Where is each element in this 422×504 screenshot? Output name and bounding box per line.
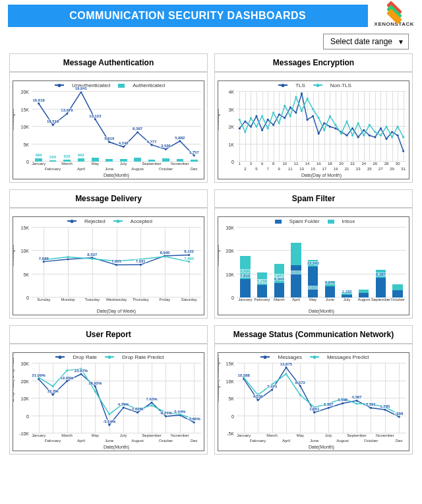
panel-user: Drop RateDrop Rate Predict-10K010K20K30K… — [9, 344, 208, 455]
x-tick: 27 — [378, 167, 383, 171]
svg-point-0 — [38, 102, 40, 104]
page-title: COMMUNICATION SECURITY DASHBOARDS — [8, 5, 368, 27]
chart-del: RejectedAccepted05K10K15KMessages7,6888,… — [13, 216, 204, 315]
x-tick: 30 — [396, 162, 400, 166]
data-label: 4,539 — [253, 394, 264, 398]
data-label: 7,005 — [111, 259, 122, 263]
svg-point-37 — [380, 127, 382, 129]
chart-user: Drop RateDrop Rate Predict-10K010K20K30K… — [13, 352, 204, 451]
svg-point-118 — [355, 400, 357, 402]
data-label: 3,536 — [160, 144, 171, 148]
y-tick: -10K — [19, 431, 29, 436]
y-tick: 10K — [226, 272, 234, 276]
data-label: 8,537 — [86, 253, 98, 257]
x-tick: 14 — [305, 162, 310, 166]
svg-point-32 — [351, 127, 353, 129]
x-tick: 9 — [278, 167, 280, 171]
y-tick: 5K — [23, 142, 29, 146]
data-label: 1,182 — [342, 290, 353, 294]
y-tick: 10K — [21, 249, 29, 253]
svg-point-90 — [94, 385, 96, 387]
data-label: 4,387 — [351, 395, 363, 399]
svg-point-14 — [250, 125, 252, 127]
y-tick: 1K — [228, 142, 234, 146]
x-tick: October — [390, 298, 404, 301]
data-label: 19,941 — [75, 86, 88, 90]
svg-point-80 — [67, 256, 69, 258]
svg-point-60 — [340, 133, 342, 135]
svg-point-48 — [272, 111, 274, 113]
x-tick: October — [159, 439, 173, 443]
svg-point-100 — [66, 369, 68, 371]
svg-point-114 — [299, 385, 301, 387]
x-tick: April — [77, 439, 85, 443]
data-label: 7,474 — [266, 385, 278, 389]
data-label: 5,558 — [256, 279, 268, 283]
x-tick: Monday — [61, 298, 75, 301]
x-tick: February — [45, 439, 61, 443]
legend-item: Authenticated — [133, 82, 165, 88]
svg-point-17 — [267, 119, 269, 121]
data-label: 12,122 — [88, 114, 102, 118]
x-tick: September — [347, 433, 366, 437]
data-label: 8,572 — [295, 381, 306, 385]
y-tick: 2K — [228, 125, 234, 129]
legend-item: Inbox — [342, 218, 355, 224]
svg-point-92 — [123, 406, 125, 408]
panel-title-stat: Message Status (Communication Network) — [214, 325, 413, 344]
data-label: 4,777 — [146, 140, 158, 144]
svg-point-13 — [244, 120, 246, 122]
x-tick: September — [142, 433, 161, 437]
svg-point-64 — [363, 135, 365, 137]
x-tick: 20 — [339, 162, 344, 166]
svg-point-10 — [179, 140, 181, 142]
svg-point-130 — [355, 402, 357, 404]
y-tick: 5K — [23, 272, 29, 276]
y-label: Drop Rate| Drop Rate ... — [13, 352, 15, 402]
x-tick: Dec — [191, 167, 198, 171]
date-range-select[interactable]: Select date range — [323, 34, 409, 49]
data-label: 962 — [77, 153, 85, 157]
svg-point-121 — [398, 416, 400, 418]
svg-point-117 — [342, 402, 344, 404]
data-label: 6,343 — [274, 277, 285, 281]
svg-point-120 — [384, 408, 386, 410]
x-tick: Dec — [191, 439, 198, 443]
x-tick: 24 — [361, 162, 366, 166]
svg-point-50 — [284, 105, 286, 107]
x-tick: 25 — [367, 167, 372, 171]
data-label: 8,387 — [375, 272, 386, 276]
y-tick: 0 — [26, 160, 29, 164]
x-tick: November — [171, 162, 189, 166]
svg-point-16 — [261, 129, 263, 131]
svg-point-2 — [66, 113, 68, 115]
chart-enc: TLSNon-TLS01K2K3K4KMessages1235678910111… — [218, 80, 409, 179]
legend-item: Drop Rate Predict — [122, 354, 164, 360]
legend-item: Rejected — [84, 218, 106, 224]
data-label: 2,827 — [307, 286, 318, 290]
x-tick: 23 — [356, 167, 361, 171]
x-tick: March — [61, 433, 73, 437]
svg-point-62 — [351, 135, 353, 137]
x-tick: 17 — [322, 167, 326, 171]
y-tick: 10K — [226, 379, 234, 383]
svg-point-46 — [261, 115, 263, 117]
x-tick: March — [61, 162, 73, 166]
svg-point-26 — [318, 133, 320, 135]
data-label: 5,616 — [104, 137, 115, 141]
svg-point-67 — [380, 135, 382, 137]
x-tick: February — [250, 439, 266, 443]
data-label: 2.02% — [131, 407, 144, 411]
svg-point-65 — [369, 124, 371, 126]
panel-stat: MessagesMessages Predict-5K05K10K15KMess… — [214, 344, 413, 455]
data-label: 16,619 — [32, 98, 45, 102]
x-tick: 21 — [345, 167, 349, 171]
x-label: Date(Day of Month) — [301, 173, 342, 177]
panel-del: RejectedAccepted05K10K15KMessages7,6888,… — [9, 208, 208, 319]
svg-point-112 — [271, 389, 273, 391]
x-tick: 15 — [311, 167, 315, 171]
data-label: 19.95% — [59, 376, 74, 380]
y-tick: 30K — [226, 226, 234, 230]
svg-point-5 — [108, 141, 110, 143]
svg-point-55 — [312, 108, 314, 110]
